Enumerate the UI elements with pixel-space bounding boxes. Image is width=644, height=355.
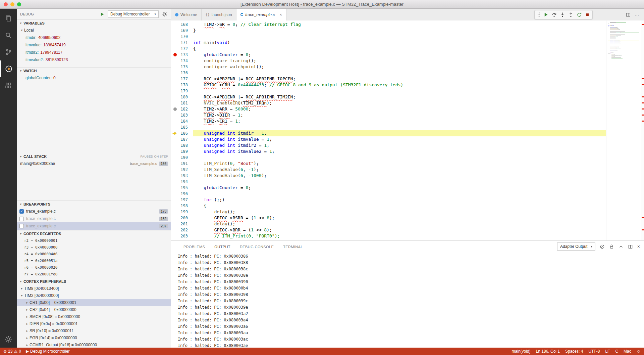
peripheral-item[interactable]: ▸CR2 [0x04] = 0x00000000 xyxy=(17,306,171,313)
code-line-text[interactable] xyxy=(193,34,606,40)
code-line-text[interactable]: GPIOC->BSRR = (1 << 8); xyxy=(193,215,606,221)
register-item[interactable]: r5 = 0x2000051a xyxy=(17,257,171,264)
symbol-status[interactable]: main(void) xyxy=(512,349,531,354)
variable-item[interactable]: itmdir2:1799478117 xyxy=(17,49,171,56)
stop-button[interactable] xyxy=(585,12,590,17)
code-line[interactable]: 201 delay(); xyxy=(171,221,606,227)
panel-tab-terminal[interactable]: TERMINAL xyxy=(283,242,303,251)
call-stack-header[interactable]: ▾ CALL STACK PAUSED ON STEP xyxy=(17,153,171,160)
register-item[interactable]: r2 = 0x00000001 xyxy=(17,237,171,244)
register-item[interactable]: r7 = 0x20001fe8 xyxy=(17,271,171,277)
line-gutter[interactable]: 168 xyxy=(171,21,193,28)
code-line[interactable]: 181 NVIC_EnableIRQ(TIM2_IRQn); xyxy=(171,100,606,106)
activity-extensions[interactable] xyxy=(0,77,17,94)
variable-item[interactable]: itmvalue2:3815390123 xyxy=(17,56,171,63)
code-line[interactable]: 193 ITM_SendValue(6, -1000); xyxy=(171,173,606,179)
line-gutter[interactable]: 174 xyxy=(171,58,193,64)
line-gutter[interactable]: 177 xyxy=(171,76,193,82)
code-line-text[interactable]: unsigned int itmdir = 1; xyxy=(193,130,606,136)
step-out-button[interactable] xyxy=(568,12,574,17)
code-line-text[interactable] xyxy=(193,191,606,197)
code-line[interactable]: 202 GPIOC->BRR = (1 << 8); xyxy=(171,227,606,233)
code-line-text[interactable] xyxy=(193,124,606,130)
register-item[interactable]: r3 = 0x40000000 xyxy=(17,244,171,251)
breakpoints-header[interactable]: ▾ BREAKPOINTS xyxy=(17,201,171,208)
activity-debug[interactable] xyxy=(0,60,17,77)
tab-welcome[interactable]: Welcome xyxy=(171,9,202,20)
code-line-text[interactable]: TIM2->DIER = 1; xyxy=(193,112,606,118)
line-gutter[interactable]: 184 xyxy=(171,118,193,124)
line-gutter[interactable]: 183 xyxy=(171,112,193,118)
line-gutter[interactable]: 196 xyxy=(171,191,193,197)
feedback-smiley-icon[interactable]: ☺ xyxy=(637,349,641,354)
code-line[interactable]: 191 ITM_Print(0, "Boot"); xyxy=(171,161,606,167)
code-line-text[interactable] xyxy=(193,70,606,76)
variables-header[interactable]: ▾ VARIABLES xyxy=(17,20,171,27)
indentation-status[interactable]: Spaces: 4 xyxy=(565,349,583,354)
variable-item[interactable]: itmdir:4066950602 xyxy=(17,34,171,41)
code-line-text[interactable]: globalCounter = 0; xyxy=(193,52,606,58)
maximize-panel-icon[interactable] xyxy=(619,244,624,249)
code-line-text[interactable]: unsigned int itmdir2 = 1; xyxy=(193,142,606,148)
variables-scope[interactable]: ▾Local xyxy=(17,27,171,34)
eol-status[interactable]: LF xyxy=(605,349,610,354)
code-line[interactable]: 177 RCC->APB2ENR |= RCC_APB2ENR_IOPCEN; xyxy=(171,76,606,82)
breakpoint-item[interactable]: trace_example.c182 xyxy=(17,215,171,222)
peripheral-item[interactable]: ▸CR1 [0x00] = 0x00000001 xyxy=(17,299,171,306)
code-line[interactable]: 192 ITM_SendValue(6, -1); xyxy=(171,167,606,173)
line-gutter[interactable]: 179 xyxy=(171,88,193,94)
code-line-text[interactable] xyxy=(193,154,606,161)
code-line[interactable]: 186 unsigned int itmdir = 1; xyxy=(171,130,606,136)
tab-trace-example[interactable]: C trace_example.c × xyxy=(236,9,286,20)
more-actions-icon[interactable]: ⋯ xyxy=(635,12,639,17)
line-gutter[interactable]: 180 xyxy=(171,94,193,100)
line-gutter[interactable]: 186 xyxy=(171,130,193,136)
line-gutter[interactable]: 203 xyxy=(171,233,193,239)
line-gutter[interactable]: 175 xyxy=(171,64,193,70)
start-debug-button[interactable] xyxy=(100,12,104,16)
activity-search[interactable] xyxy=(0,27,17,44)
output-channel-select[interactable]: Adapter Output ▾ xyxy=(557,242,595,251)
code-line-text[interactable]: ITM_SendValue(6, -1000); xyxy=(193,173,606,179)
code-line-text[interactable]: int main(void) xyxy=(193,40,606,46)
variable-item[interactable]: itmvalue:1898457419 xyxy=(17,41,171,49)
breakpoint-item[interactable]: trace_example.c207 xyxy=(17,222,171,230)
line-gutter[interactable]: 182 xyxy=(171,106,193,112)
line-gutter[interactable]: 185 xyxy=(171,124,193,130)
line-gutter[interactable]: 201 xyxy=(171,221,193,227)
line-gutter[interactable]: 194 xyxy=(171,179,193,185)
code-line[interactable]: 184 TIM2->CR1 = 1; xyxy=(171,118,606,124)
breakpoint-item[interactable]: ✓trace_example.c173 xyxy=(17,208,171,215)
code-line[interactable]: 183 TIM2->DIER = 1; xyxy=(171,112,606,118)
code-line[interactable]: 187 unsigned int itmvalue = 1; xyxy=(171,136,606,142)
code-line[interactable]: 189 unsigned int itmvalue2 = 1; xyxy=(171,148,606,154)
code-line[interactable]: 185 xyxy=(171,124,606,130)
code-line-text[interactable]: for (;;) xyxy=(193,197,606,203)
code-line-text[interactable]: GPIOC->BRR = (1 << 8); xyxy=(193,227,606,233)
cortex-registers-header[interactable]: ▾ CORTEX REGISTERS xyxy=(17,230,171,237)
cortex-peripherals-header[interactable]: ▾ CORTEX PERIPHERALS xyxy=(17,278,171,285)
panel-tab-problems[interactable]: PROBLEMS xyxy=(183,242,205,251)
line-gutter[interactable]: 188 xyxy=(171,142,193,148)
code-line-text[interactable]: // ITM_Print(0, "PORT0"); xyxy=(193,233,606,239)
window-zoom-button[interactable] xyxy=(17,2,21,6)
problems-status[interactable]: ⊗ 23 ⚠ 0 xyxy=(3,349,21,354)
language-status[interactable]: C xyxy=(615,349,618,354)
code-line-text[interactable]: NVIC_EnableIRQ(TIM2_IRQn); xyxy=(193,100,606,106)
step-over-button[interactable] xyxy=(551,12,557,17)
line-gutter[interactable]: 187 xyxy=(171,136,193,142)
encoding-status[interactable]: UTF-8 xyxy=(588,349,600,354)
platform-status[interactable]: Mac xyxy=(624,349,631,354)
code-line[interactable]: 198 { xyxy=(171,203,606,209)
code-line[interactable]: 197 for (;;) xyxy=(171,197,606,203)
peripheral-item[interactable]: ▸TIM8 [0x40013400] xyxy=(17,285,171,292)
code-line[interactable]: 171int main(void) xyxy=(171,40,606,46)
clear-output-icon[interactable] xyxy=(600,244,605,249)
code-line[interactable]: 173 globalCounter = 0; xyxy=(171,52,606,58)
code-line[interactable]: 172{ xyxy=(171,46,606,52)
code-line-text[interactable] xyxy=(193,179,606,185)
code-line[interactable]: 196 xyxy=(171,191,606,197)
code-line-text[interactable]: RCC->APB1ENR |= RCC_APB1ENR_TIM2EN; xyxy=(193,94,606,100)
step-into-button[interactable] xyxy=(560,12,565,17)
close-icon[interactable]: × xyxy=(279,12,282,17)
